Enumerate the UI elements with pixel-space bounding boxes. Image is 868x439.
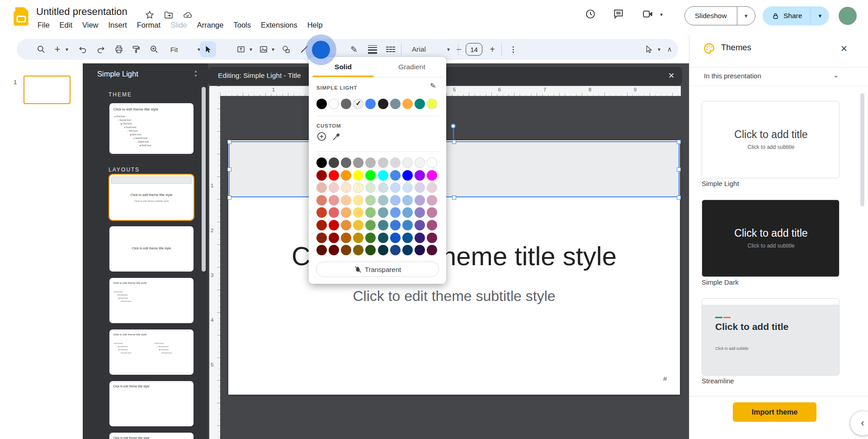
grid-color-swatch[interactable] — [353, 195, 363, 205]
grid-color-swatch[interactable] — [341, 245, 351, 255]
grid-color-swatch[interactable] — [316, 157, 327, 168]
grid-color-swatch[interactable] — [316, 182, 327, 193]
grid-color-swatch[interactable] — [353, 207, 363, 218]
edit-theme-colors-pencil-icon[interactable]: ✎ — [430, 81, 436, 90]
grid-color-swatch[interactable] — [378, 157, 388, 168]
grid-color-swatch[interactable] — [390, 220, 401, 230]
meet-camera-icon[interactable] — [642, 8, 654, 20]
document-title[interactable]: Untitled presentation — [36, 6, 127, 18]
grid-color-swatch[interactable] — [353, 157, 363, 168]
slide-thumbnail-1[interactable] — [24, 76, 71, 104]
menu-extensions[interactable]: Extensions — [256, 20, 302, 30]
themes-panel-close-icon[interactable]: ✕ — [839, 43, 849, 54]
meet-dropdown-arrow[interactable]: ▼ — [659, 12, 664, 17]
avatar[interactable] — [839, 7, 857, 25]
theme-color-swatch[interactable] — [316, 99, 327, 109]
move-folder-icon[interactable] — [164, 10, 174, 20]
grid-color-swatch[interactable] — [427, 233, 437, 243]
pointer-options-icon[interactable] — [642, 39, 655, 60]
select-tool-button[interactable] — [200, 41, 216, 57]
grid-color-swatch[interactable] — [415, 157, 425, 168]
grid-color-swatch[interactable] — [378, 245, 388, 255]
grid-color-swatch[interactable] — [341, 207, 351, 218]
grid-color-swatch[interactable] — [329, 245, 339, 255]
grid-color-swatch[interactable] — [402, 170, 413, 181]
font-family-dropdown-arrow[interactable]: ▼ — [445, 39, 452, 60]
grid-color-swatch[interactable] — [427, 245, 437, 255]
grid-color-swatch[interactable] — [316, 245, 327, 255]
grid-color-swatch[interactable] — [365, 170, 376, 181]
grid-color-swatch[interactable] — [390, 245, 401, 255]
grid-color-swatch[interactable] — [415, 170, 425, 181]
menu-arrange[interactable]: Arrange — [192, 20, 229, 30]
theme-card-simple-dark[interactable]: Click to add titleClick to add subtitle — [702, 200, 840, 277]
selection-handle[interactable] — [677, 167, 681, 172]
grid-color-swatch[interactable] — [427, 182, 437, 193]
menu-format[interactable]: Format — [132, 20, 165, 30]
grid-color-swatch[interactable] — [365, 157, 376, 168]
zoom-fit-select[interactable]: Fit — [165, 39, 183, 60]
sort-arrows-icon[interactable]: ▲▼ — [193, 69, 199, 78]
grid-color-swatch[interactable] — [402, 233, 413, 243]
theme-color-swatch[interactable] — [329, 99, 339, 109]
undo-icon[interactable] — [76, 39, 89, 60]
add-custom-color-icon[interactable] — [316, 131, 327, 142]
theme-color-swatch[interactable]: ✓ — [353, 99, 363, 109]
paint-format-icon[interactable] — [130, 39, 142, 60]
eyedropper-icon[interactable] — [331, 131, 342, 142]
layout-thumbnail-title-only[interactable]: Click to edit theme title style — [109, 381, 193, 426]
transparent-button[interactable]: Transparent — [316, 262, 439, 277]
fill-color-button[interactable] — [312, 41, 330, 59]
grid-color-swatch[interactable] — [341, 195, 351, 205]
grid-color-swatch[interactable] — [316, 233, 327, 243]
theme-color-swatch[interactable] — [427, 99, 437, 109]
grid-color-swatch[interactable] — [353, 220, 363, 230]
grid-color-swatch[interactable] — [402, 157, 413, 168]
grid-color-swatch[interactable] — [341, 233, 351, 243]
version-history-icon[interactable] — [585, 8, 596, 20]
layout-thumbnail-partial[interactable]: Click to edit theme title style — [109, 433, 193, 439]
grid-color-swatch[interactable] — [378, 220, 388, 230]
grid-color-swatch[interactable] — [329, 157, 339, 168]
menu-file[interactable]: File — [33, 20, 55, 30]
zoom-in-icon[interactable] — [148, 39, 160, 60]
selection-handle[interactable] — [452, 196, 456, 200]
menu-insert[interactable]: Insert — [104, 20, 132, 30]
grid-color-swatch[interactable] — [415, 207, 425, 218]
selection-handle[interactable] — [677, 196, 681, 200]
grid-color-swatch[interactable] — [329, 170, 339, 181]
slideshow-button[interactable]: Slideshow ▼ — [684, 6, 755, 25]
theme-card-simple-light[interactable]: Click to add titleClick to add subtitle — [702, 101, 840, 178]
layout-thumbnail-title-body[interactable]: Click to edit theme title style● First l… — [109, 278, 193, 323]
tab-gradient[interactable]: Gradient — [377, 57, 446, 77]
import-theme-button[interactable]: Import theme — [733, 402, 816, 422]
theme-color-swatch[interactable] — [378, 99, 388, 109]
grid-color-swatch[interactable] — [390, 182, 401, 193]
grid-color-swatch[interactable] — [427, 195, 437, 205]
in-this-presentation-row[interactable]: In this presentation ⌄ — [689, 67, 868, 86]
grid-color-swatch[interactable] — [390, 157, 401, 168]
grid-color-swatch[interactable] — [402, 195, 413, 205]
insert-image-dropdown-arrow[interactable]: ▼ — [270, 39, 276, 60]
grid-color-swatch[interactable] — [353, 182, 363, 193]
grid-color-swatch[interactable] — [378, 207, 388, 218]
layout-thumbnail-section-header[interactable]: Click to edit theme title style — [109, 226, 193, 272]
selection-handle[interactable] — [227, 167, 231, 172]
menu-edit[interactable]: Edit — [55, 20, 77, 30]
font-size-input[interactable]: 14 — [466, 43, 482, 56]
cloud-saved-icon[interactable] — [183, 10, 193, 20]
slides-logo-icon[interactable] — [14, 7, 29, 28]
grid-color-swatch[interactable] — [353, 233, 363, 243]
star-icon[interactable] — [145, 10, 155, 20]
comments-icon[interactable] — [613, 8, 624, 20]
grid-color-swatch[interactable] — [415, 182, 425, 193]
slide-number-placeholder[interactable]: # — [663, 375, 667, 382]
insert-image-icon[interactable] — [257, 39, 270, 60]
grid-color-swatch[interactable] — [378, 170, 388, 181]
grid-color-swatch[interactable] — [329, 220, 339, 230]
font-size-decrease[interactable]: − — [453, 39, 464, 60]
grid-color-swatch[interactable] — [353, 170, 363, 181]
new-slide-button[interactable]: + — [52, 39, 63, 60]
grid-color-swatch[interactable] — [365, 195, 376, 205]
layout-thumbnail-two-columns[interactable]: Click to edit theme title style● First l… — [109, 329, 193, 375]
